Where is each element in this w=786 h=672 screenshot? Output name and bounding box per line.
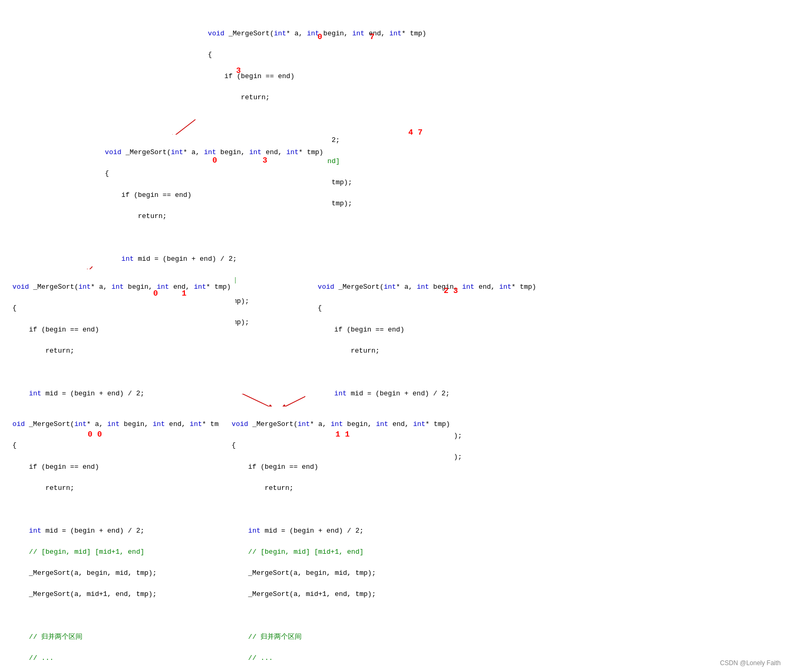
anno-0-top: 0 — [317, 33, 322, 42]
anno-23-midright: 2 3 — [444, 287, 458, 296]
anno-1-botleftpartial: 1 — [182, 289, 186, 298]
anno-3-midleft: 3 — [263, 156, 267, 165]
anno-3-top: 3 — [236, 67, 241, 75]
anno-0-botleftpartial: 0 — [153, 289, 158, 298]
anno-11-botmid: 1 1 — [335, 430, 350, 439]
anno-47-top: 4 7 — [408, 128, 423, 137]
anno-0-midleft: 0 — [212, 156, 217, 165]
watermark: CSDN @Lonely Faith — [720, 659, 781, 667]
code-block-bottom-mid: void _MergeSort(int* a, int begin, int e… — [219, 406, 454, 666]
anno-00-botleft: 0 0 — [88, 430, 102, 439]
anno-7-top: 7 — [370, 33, 375, 42]
code-block-bottom-left: oid _MergeSort(int* a, int begin, int en… — [0, 406, 231, 666]
